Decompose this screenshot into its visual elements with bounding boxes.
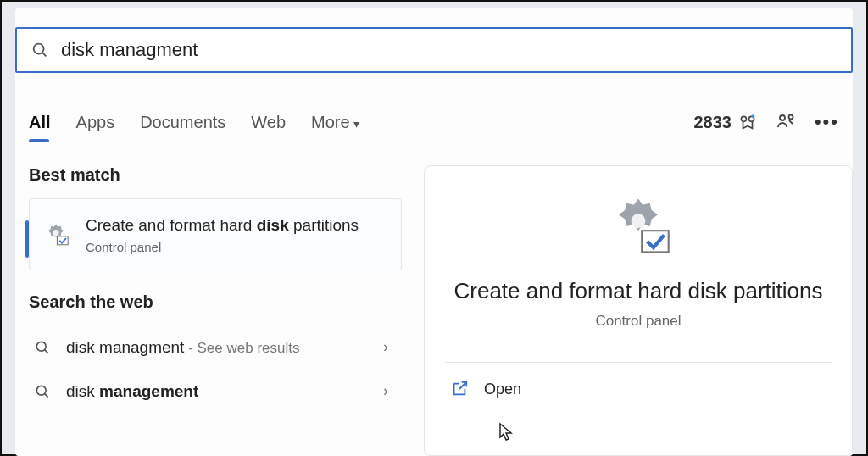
gear-check-icon [42,220,70,248]
best-match-title: Create and format hard disk partitions [86,214,359,236]
chevron-right-icon: › [383,338,397,356]
search-web-heading: Search the web [29,292,402,312]
web-result-text: disk management [66,382,198,401]
svg-line-11 [45,349,48,353]
svg-point-0 [34,44,44,54]
gear-check-icon [603,192,674,263]
best-match-text: Create and format hard disk partitions C… [86,214,359,254]
best-match-result[interactable]: Create and format hard disk partitions C… [29,198,402,270]
svg-point-14 [632,214,646,228]
open-action[interactable]: Open [425,363,852,398]
tab-label: Web [251,113,286,131]
tab-apps[interactable]: Apps [76,113,115,132]
svg-line-13 [45,393,48,397]
rewards-icon [738,113,757,131]
svg-line-1 [42,53,46,56]
right-tools: 2833 ••• [693,111,853,133]
detail-title: Create and format hard disk partitions [425,278,852,304]
chevron-right-icon: › [383,382,397,400]
best-match-heading: Best match [29,165,402,185]
svg-point-5 [780,115,785,120]
search-box[interactable] [15,27,853,73]
search-icon [31,41,49,59]
tab-label: All [29,113,51,131]
result-detail-panel: Create and format hard disk partitions C… [424,165,853,456]
web-result-0[interactable]: disk managment - See web results › [29,325,402,370]
open-external-icon [450,380,469,398]
tab-web[interactable]: Web [251,113,286,132]
svg-point-8 [53,230,58,236]
tab-label: Documents [140,113,225,131]
tab-all[interactable]: All [29,113,51,132]
tab-label: Apps [76,113,115,131]
svg-point-10 [36,342,46,351]
svg-point-6 [788,115,793,120]
search-input[interactable] [61,39,851,61]
tab-label: More [311,113,350,131]
chevron-down-icon: ▾ [353,117,359,131]
rewards-points[interactable]: 2833 [693,113,757,132]
svg-point-12 [36,386,46,395]
points-count: 2833 [693,113,732,132]
account-icon[interactable] [776,112,796,132]
results-left-column: Best match Create and format hard disk p… [29,165,402,414]
open-label: Open [484,381,521,398]
web-result-1[interactable]: disk management › [29,370,402,414]
svg-rect-9 [57,236,68,245]
svg-rect-15 [642,231,669,252]
svg-line-7 [789,120,793,124]
search-icon [34,383,51,400]
svg-point-2 [741,116,746,121]
web-result-text: disk managment - See web results [66,338,299,357]
more-options-button[interactable]: ••• [815,111,839,133]
tab-documents[interactable]: Documents [140,113,225,132]
best-match-subtitle: Control panel [86,240,359,254]
detail-subtitle: Control panel [425,313,852,330]
svg-point-4 [751,114,754,118]
cursor-icon [498,422,515,442]
tab-more[interactable]: More▾ [311,113,359,132]
search-icon [34,339,51,356]
filter-tabs: All Apps Documents Web More▾ 2833 ••• [29,100,853,144]
